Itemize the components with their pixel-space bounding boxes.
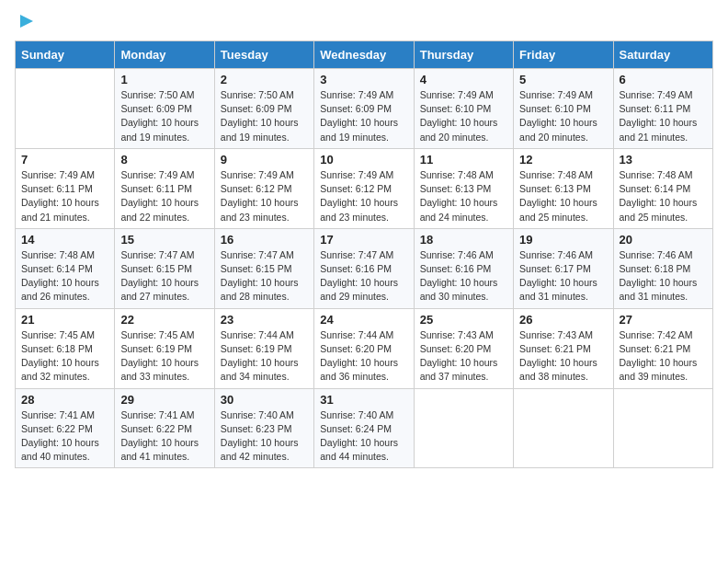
sunset-label: Sunset: 6:18 PM [620,263,691,274]
day-info: Sunrise: 7:49 AM Sunset: 6:11 PM Dayligh… [120,168,208,224]
calendar-week-5: 28 Sunrise: 7:41 AM Sunset: 6:22 PM Dayl… [16,388,713,468]
day-info: Sunrise: 7:47 AM Sunset: 6:16 PM Dayligh… [320,248,407,304]
calendar-body: 1 Sunrise: 7:50 AM Sunset: 6:09 PM Dayli… [16,69,713,468]
day-info: Sunrise: 7:43 AM Sunset: 6:20 PM Dayligh… [420,328,507,385]
day-info: Sunrise: 7:47 AM Sunset: 6:15 PM Dayligh… [120,248,208,304]
sunset-label: Sunset: 6:11 PM [21,183,93,194]
calendar-cell: 4 Sunrise: 7:49 AM Sunset: 6:10 PM Dayli… [414,69,513,149]
day-info: Sunrise: 7:49 AM Sunset: 6:09 PM Dayligh… [320,88,407,144]
calendar-week-3: 14 Sunrise: 7:48 AM Sunset: 6:14 PM Dayl… [16,228,713,308]
daylight-label: Daylight: 10 hours and 31 minutes. [620,277,698,302]
sunrise-label: Sunrise: 7:49 AM [320,169,393,180]
day-info: Sunrise: 7:49 AM Sunset: 6:11 PM Dayligh… [620,88,707,144]
sunrise-label: Sunrise: 7:49 AM [519,89,593,100]
calendar-cell [414,388,513,468]
sunset-label: Sunset: 6:09 PM [120,103,192,114]
day-info: Sunrise: 7:50 AM Sunset: 6:09 PM Dayligh… [120,88,208,144]
sunrise-label: Sunrise: 7:43 AM [420,329,494,340]
day-info: Sunrise: 7:43 AM Sunset: 6:21 PM Dayligh… [519,328,607,385]
day-info: Sunrise: 7:41 AM Sunset: 6:22 PM Dayligh… [120,408,208,465]
logo [15,15,37,35]
daylight-label: Daylight: 10 hours and 22 minutes. [120,197,199,222]
sunrise-label: Sunrise: 7:49 AM [120,169,194,180]
sunset-label: Sunset: 6:21 PM [519,343,591,354]
sunset-label: Sunset: 6:19 PM [221,343,292,354]
day-info: Sunrise: 7:49 AM Sunset: 6:11 PM Dayligh… [21,168,108,224]
sunrise-label: Sunrise: 7:40 AM [320,409,393,420]
day-number: 1 [120,73,208,86]
daylight-label: Daylight: 10 hours and 20 minutes. [420,117,498,142]
day-number: 6 [620,73,707,86]
sunset-label: Sunset: 6:20 PM [420,343,492,354]
weekday-header-wednesday: Wednesday [314,41,414,69]
day-info: Sunrise: 7:49 AM Sunset: 6:10 PM Dayligh… [420,88,507,144]
day-info: Sunrise: 7:44 AM Sunset: 6:19 PM Dayligh… [221,328,308,385]
weekday-header-saturday: Saturday [613,41,712,69]
day-info: Sunrise: 7:42 AM Sunset: 6:21 PM Dayligh… [620,328,707,385]
sunrise-label: Sunrise: 7:49 AM [221,169,294,180]
daylight-label: Daylight: 10 hours and 28 minutes. [221,277,299,302]
day-number: 13 [620,153,707,167]
calendar-cell: 11 Sunrise: 7:48 AM Sunset: 6:13 PM Dayl… [414,148,513,228]
calendar-cell [514,388,613,468]
calendar-cell: 31 Sunrise: 7:40 AM Sunset: 6:24 PM Dayl… [314,388,414,468]
calendar-cell: 27 Sunrise: 7:42 AM Sunset: 6:21 PM Dayl… [613,308,712,388]
sunset-label: Sunset: 6:10 PM [420,103,492,114]
day-number: 4 [420,73,507,86]
calendar-cell: 6 Sunrise: 7:49 AM Sunset: 6:11 PM Dayli… [613,69,712,149]
daylight-label: Daylight: 10 hours and 25 minutes. [620,197,698,222]
sunset-label: Sunset: 6:17 PM [519,263,591,274]
daylight-label: Daylight: 10 hours and 38 minutes. [519,357,597,382]
sunrise-label: Sunrise: 7:50 AM [221,89,294,100]
day-number: 8 [120,153,208,167]
day-number: 30 [221,393,308,407]
day-info: Sunrise: 7:40 AM Sunset: 6:23 PM Dayligh… [221,408,308,465]
sunset-label: Sunset: 6:16 PM [420,263,492,274]
day-number: 15 [120,233,208,247]
day-info: Sunrise: 7:47 AM Sunset: 6:15 PM Dayligh… [221,248,308,304]
logo-arrow-icon [17,11,37,31]
sunset-label: Sunset: 6:23 PM [221,423,292,434]
calendar-cell: 15 Sunrise: 7:47 AM Sunset: 6:15 PM Dayl… [115,228,214,308]
daylight-label: Daylight: 10 hours and 29 minutes. [320,277,398,302]
calendar-header: SundayMondayTuesdayWednesdayThursdayFrid… [16,41,713,69]
sunrise-label: Sunrise: 7:47 AM [120,249,194,260]
day-number: 23 [221,313,308,327]
sunrise-label: Sunrise: 7:49 AM [420,89,494,100]
calendar-week-1: 1 Sunrise: 7:50 AM Sunset: 6:09 PM Dayli… [16,69,713,149]
calendar-cell: 9 Sunrise: 7:49 AM Sunset: 6:12 PM Dayli… [214,148,313,228]
daylight-label: Daylight: 10 hours and 41 minutes. [120,437,199,462]
weekday-header-friday: Friday [514,41,613,69]
sunset-label: Sunset: 6:15 PM [120,263,192,274]
calendar-cell: 12 Sunrise: 7:48 AM Sunset: 6:13 PM Dayl… [514,148,613,228]
sunrise-label: Sunrise: 7:40 AM [221,409,294,420]
day-info: Sunrise: 7:46 AM Sunset: 6:16 PM Dayligh… [420,248,507,304]
daylight-label: Daylight: 10 hours and 27 minutes. [120,277,199,302]
daylight-label: Daylight: 10 hours and 34 minutes. [221,357,299,382]
sunrise-label: Sunrise: 7:49 AM [620,89,693,100]
day-info: Sunrise: 7:49 AM Sunset: 6:10 PM Dayligh… [519,88,607,144]
sunrise-label: Sunrise: 7:42 AM [620,329,693,340]
sunrise-label: Sunrise: 7:48 AM [21,249,95,260]
day-number: 24 [320,313,407,327]
sunset-label: Sunset: 6:14 PM [620,183,691,194]
calendar-cell: 7 Sunrise: 7:49 AM Sunset: 6:11 PM Dayli… [16,148,115,228]
sunset-label: Sunset: 6:21 PM [620,343,691,354]
day-info: Sunrise: 7:40 AM Sunset: 6:24 PM Dayligh… [320,408,407,465]
daylight-label: Daylight: 10 hours and 23 minutes. [221,197,299,222]
daylight-label: Daylight: 10 hours and 25 minutes. [519,197,597,222]
calendar-cell: 10 Sunrise: 7:49 AM Sunset: 6:12 PM Dayl… [314,148,414,228]
day-info: Sunrise: 7:44 AM Sunset: 6:20 PM Dayligh… [320,328,407,385]
weekday-header-tuesday: Tuesday [214,41,313,69]
day-info: Sunrise: 7:45 AM Sunset: 6:19 PM Dayligh… [120,328,208,385]
calendar-table: SundayMondayTuesdayWednesdayThursdayFrid… [15,40,713,468]
sunrise-label: Sunrise: 7:45 AM [120,329,194,340]
sunrise-label: Sunrise: 7:48 AM [420,169,494,180]
daylight-label: Daylight: 10 hours and 31 minutes. [519,277,597,302]
calendar-week-2: 7 Sunrise: 7:49 AM Sunset: 6:11 PM Dayli… [16,148,713,228]
day-number: 21 [21,313,108,327]
sunset-label: Sunset: 6:10 PM [519,103,591,114]
daylight-label: Daylight: 10 hours and 40 minutes. [21,437,99,462]
calendar-cell: 29 Sunrise: 7:41 AM Sunset: 6:22 PM Dayl… [115,388,214,468]
sunset-label: Sunset: 6:15 PM [221,263,292,274]
